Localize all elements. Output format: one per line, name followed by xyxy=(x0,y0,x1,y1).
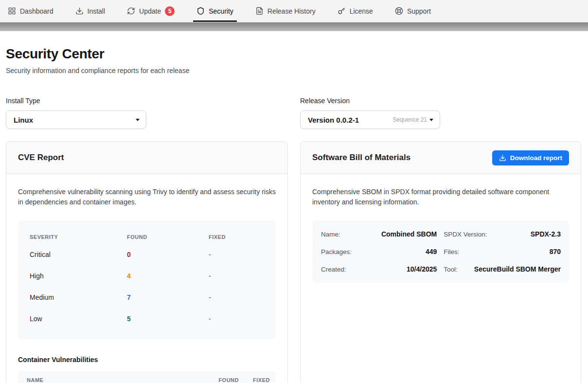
chevron-down-icon xyxy=(429,119,433,121)
nav-tab-dashboard[interactable]: Dashboard xyxy=(4,0,57,22)
table-row-low: Low 5 - xyxy=(30,308,264,329)
cve-report-card: CVE Report Comprehensive vulnerability s… xyxy=(6,141,288,383)
nav-tab-update[interactable]: Update 5 xyxy=(124,0,178,22)
severity-label: Low xyxy=(30,315,127,323)
sbom-details-table: Name: Combined SBOM SPDX Version: SPDX-2… xyxy=(312,220,569,283)
install-type-label: Install Type xyxy=(6,97,288,105)
severity-table-header: SEVERITY FOUND FIXED xyxy=(30,228,264,240)
severity-label: Medium xyxy=(30,293,127,301)
file-text-icon xyxy=(255,7,264,15)
container-vulnerabilities-table-header: NAME FOUND FIXED xyxy=(18,371,276,383)
col-found: FOUND xyxy=(200,377,239,383)
refresh-icon xyxy=(127,7,135,15)
severity-label: High xyxy=(30,272,127,280)
found-count: 0 xyxy=(127,251,209,258)
fixed-count: - xyxy=(209,272,264,280)
release-version-label: Release Version xyxy=(300,97,581,105)
found-count: 7 xyxy=(127,293,209,301)
table-row-critical: Critical 0 - xyxy=(30,244,264,265)
severity-label: Critical xyxy=(30,251,127,258)
nav-tab-label: Install xyxy=(88,7,106,15)
col-fixed: FIXED xyxy=(209,234,264,240)
nav-tab-license[interactable]: License xyxy=(334,0,376,22)
chevron-down-icon xyxy=(136,119,140,121)
shield-icon xyxy=(196,7,205,15)
install-type-select[interactable]: Linux xyxy=(6,110,146,129)
release-version-select[interactable]: Version 0.0.2-1 Sequence 21 xyxy=(300,110,440,129)
detail-packages: Packages: 449 xyxy=(321,243,437,260)
lifebuoy-icon xyxy=(395,7,403,15)
release-sequence-label: Sequence 21 xyxy=(392,116,427,123)
nav-divider-strip xyxy=(0,22,588,31)
detail-files: Files: 870 xyxy=(444,243,561,260)
install-type-filter: Install Type Linux xyxy=(6,97,288,129)
fixed-count: - xyxy=(209,251,264,258)
fixed-count: - xyxy=(209,293,264,301)
cve-description: Comprehensive vulnerability scanning usi… xyxy=(18,187,276,207)
sbom-card-title: Software Bill of Materials xyxy=(312,153,410,163)
nav-tab-release-history[interactable]: Release History xyxy=(252,0,319,22)
detail-spdx-version: SPDX Version: SPDX-2.3 xyxy=(444,225,561,243)
detail-tool: Tool: SecureBuild SBOM Merger xyxy=(444,260,561,278)
found-count: 5 xyxy=(127,315,209,323)
nav-tab-label: License xyxy=(350,7,373,15)
found-count: 4 xyxy=(127,272,209,280)
dashboard-grid-icon xyxy=(8,7,16,15)
col-fixed: FIXED xyxy=(239,377,270,383)
col-severity: SEVERITY xyxy=(30,234,127,240)
release-version-filter: Release Version Version 0.0.2-1 Sequence… xyxy=(300,97,581,129)
download-icon xyxy=(499,154,506,162)
container-vulnerabilities-heading: Container Vulnerabilities xyxy=(18,356,276,364)
nav-tab-label: Dashboard xyxy=(20,7,53,15)
col-found: FOUND xyxy=(127,234,209,240)
detail-created: Created: 10/4/2025 xyxy=(321,260,437,278)
install-type-value: Linux xyxy=(14,116,33,124)
download-report-label: Download report xyxy=(510,154,562,162)
detail-name: Name: Combined SBOM xyxy=(321,225,437,243)
cve-card-title: CVE Report xyxy=(18,153,64,163)
nav-tab-label: Release History xyxy=(267,7,316,15)
fixed-count: - xyxy=(209,315,264,323)
nav-tab-label: Support xyxy=(407,7,431,15)
nav-tab-label: Update xyxy=(139,7,161,15)
nav-tab-security[interactable]: Security xyxy=(193,0,237,22)
table-row-medium: Medium 7 - xyxy=(30,287,264,308)
top-nav: Dashboard Install Update 5 Security xyxy=(0,0,588,22)
page-subtitle: Security information and compliance repo… xyxy=(6,67,581,74)
release-version-value: Version 0.0.2-1 xyxy=(308,116,359,124)
table-row-high: High 4 - xyxy=(30,265,264,287)
key-icon xyxy=(338,7,346,15)
update-count-badge: 5 xyxy=(165,6,175,16)
download-icon xyxy=(75,7,84,15)
severity-table: SEVERITY FOUND FIXED Critical 0 - High 4 xyxy=(18,220,276,339)
security-center-screen: Dashboard Install Update 5 Security xyxy=(0,0,588,383)
cve-card-header: CVE Report xyxy=(6,142,287,174)
sbom-card-header: Software Bill of Materials Download repo… xyxy=(301,142,581,174)
nav-tab-support[interactable]: Support xyxy=(392,0,434,22)
sbom-card: Software Bill of Materials Download repo… xyxy=(300,141,581,383)
sbom-description: Comprehensive SBOM in SPDX format provid… xyxy=(312,187,569,207)
page-title: Security Center xyxy=(6,46,581,62)
filters-row: Install Type Linux Release Version Versi… xyxy=(6,97,581,129)
nav-tab-label: Security xyxy=(209,7,233,15)
nav-tab-install[interactable]: Install xyxy=(72,0,109,22)
download-report-button[interactable]: Download report xyxy=(492,150,569,165)
col-name: NAME xyxy=(27,377,200,383)
